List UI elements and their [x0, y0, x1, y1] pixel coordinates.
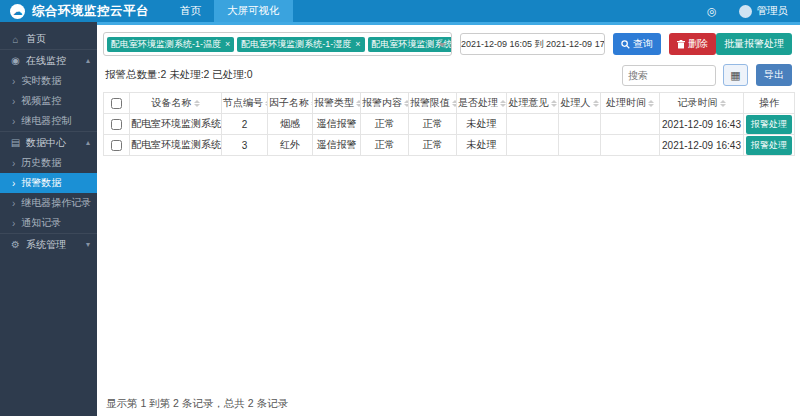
col-alarm-type[interactable]: 报警类型	[313, 93, 361, 114]
batch-alarm-process-button[interactable]: 批量报警处理	[716, 33, 792, 55]
sidebar-group-system-management[interactable]: ⚙ 系统管理 ▾	[0, 233, 97, 255]
table-header-row: 设备名称 节点编号 因子名称 报警类型 报警内容 报警限值 是否处理 处理意见 …	[104, 93, 795, 114]
cell-processed: 未处理	[457, 114, 507, 135]
monitor-icon: ◉	[9, 55, 22, 66]
header-nav: 首页 大屏可视化	[167, 0, 293, 22]
sidebar-item-relay-operation-records[interactable]: › 继电器操作记录	[0, 193, 97, 213]
home-icon: ⌂	[9, 34, 22, 45]
sidebar-item-notification-records[interactable]: › 通知记录	[0, 213, 97, 233]
nav-item-dashboard[interactable]: 大屏可视化	[214, 0, 293, 22]
cell-record-time: 2021-12-09 16:43	[660, 135, 744, 156]
cell-handle-time	[601, 135, 660, 156]
col-record-time[interactable]: 记录时间	[660, 93, 744, 114]
top-header: ☁ 综合环境监控云平台 首页 大屏可视化 ◎ 管理员	[0, 0, 800, 22]
cell-handle-time	[601, 114, 660, 135]
search-icon	[621, 40, 630, 49]
sidebar-group-online-monitoring[interactable]: ◉ 在线监控 ▴	[0, 49, 97, 71]
table-row: 配电室环境监测系统 3 红外 遥信报警 正常 正常 未处理 2021-12-09…	[104, 135, 795, 156]
sidebar-item-home[interactable]: ⌂ 首页	[0, 29, 97, 49]
sidebar-item-alarm-data[interactable]: › 报警数据	[0, 173, 97, 193]
sidebar-item-label: 在线监控	[26, 54, 66, 68]
chevron-right-icon: ›	[12, 96, 15, 107]
chevron-right-icon: ›	[12, 218, 15, 229]
alarm-process-button[interactable]: 报警处理	[746, 136, 792, 155]
search-input[interactable]	[622, 65, 716, 86]
app-title: 综合环境监控云平台	[32, 3, 149, 20]
query-button[interactable]: 查询	[613, 33, 661, 55]
chevron-right-icon: ›	[12, 178, 15, 189]
sidebar-item-label: 通知记录	[21, 216, 61, 230]
customer-service-icon[interactable]: ◎	[707, 5, 717, 18]
select-all-checkbox[interactable]	[111, 98, 122, 109]
cell-type: 遥信报警	[313, 135, 361, 156]
row-checkbox[interactable]	[111, 140, 122, 151]
sidebar-group-data-center[interactable]: ▤ 数据中心 ▴	[0, 131, 97, 153]
filter-tag[interactable]: 配电室环境监测系统-1-湿度 ×	[237, 37, 364, 52]
pagination-info: 显示第 1 到第 2 条记录，总共 2 条记录	[106, 397, 288, 411]
database-icon: ▤	[9, 137, 22, 148]
gear-icon: ⚙	[9, 239, 22, 250]
col-handler[interactable]: 处理人	[559, 93, 601, 114]
alarm-process-button[interactable]: 报警处理	[746, 115, 792, 134]
chevron-right-icon: ›	[12, 116, 15, 127]
col-alarm-limit[interactable]: 报警限值	[409, 93, 457, 114]
cell-content: 正常	[361, 135, 409, 156]
cell-limit: 正常	[409, 135, 457, 156]
alarm-table: 设备名称 节点编号 因子名称 报警类型 报警内容 报警限值 是否处理 处理意见 …	[103, 92, 795, 156]
columns-toggle-button[interactable]: ▦	[723, 64, 748, 86]
table-row: 配电室环境监测系统 2 烟感 遥信报警 正常 正常 未处理 2021-12-09…	[104, 114, 795, 135]
close-icon[interactable]: ×	[355, 40, 360, 49]
sort-icon	[720, 97, 726, 110]
col-operation: 操作	[744, 93, 795, 114]
filter-tag[interactable]: 配电室环境监测系统-1-温度 ×	[107, 37, 234, 52]
sidebar-item-relay-control[interactable]: › 继电器控制	[0, 111, 97, 131]
chevron-up-icon: ▴	[86, 138, 90, 147]
col-factor-name[interactable]: 因子名称	[268, 93, 313, 114]
sidebar-item-label: 历史数据	[21, 156, 61, 170]
cell-node: 2	[222, 114, 268, 135]
cell-device: 配电室环境监测系统	[130, 135, 222, 156]
chevron-down-icon	[438, 43, 446, 51]
sidebar-item-realtime-data[interactable]: › 实时数据	[0, 71, 97, 91]
cell-record-time: 2021-12-09 16:43	[660, 114, 744, 135]
col-handle-time[interactable]: 处理时间	[601, 93, 660, 114]
sort-icon	[551, 97, 557, 110]
main-content: 配电室环境监测系统-1-温度 × 配电室环境监测系统-1-湿度 × 配电室环境监…	[97, 22, 800, 416]
sidebar-item-history-data[interactable]: › 历史数据	[0, 153, 97, 173]
col-node-number[interactable]: 节点编号	[222, 93, 268, 114]
cell-opinion	[507, 135, 559, 156]
chevron-right-icon: ›	[12, 198, 15, 209]
col-opinion[interactable]: 处理意见	[507, 93, 559, 114]
device-factor-select[interactable]: 配电室环境监测系统-1-温度 × 配电室环境监测系统-1-湿度 × 配电室环境监…	[103, 32, 452, 56]
col-processed[interactable]: 是否处理	[457, 93, 507, 114]
cell-type: 遥信报警	[313, 114, 361, 135]
col-device-name[interactable]: 设备名称	[130, 93, 222, 114]
chevron-right-icon: ›	[12, 76, 15, 87]
user-name[interactable]: 管理员	[757, 4, 789, 18]
col-alarm-content[interactable]: 报警内容	[361, 93, 409, 114]
sidebar-item-label: 实时数据	[21, 74, 61, 88]
row-checkbox[interactable]	[111, 119, 122, 130]
nav-item-home[interactable]: 首页	[167, 0, 214, 22]
grid-icon: ▦	[730, 69, 740, 81]
sidebar-item-video-monitoring[interactable]: › 视频监控	[0, 91, 97, 111]
cell-content: 正常	[361, 114, 409, 135]
sidebar-item-label: 系统管理	[26, 238, 66, 252]
close-icon[interactable]: ×	[225, 40, 230, 49]
sort-icon	[194, 97, 200, 110]
chevron-up-icon: ▴	[86, 56, 90, 65]
filter-tag-label: 配电室环境监测系统-1-温度	[111, 40, 221, 49]
sidebar-item-label: 继电器控制	[21, 114, 71, 128]
trash-icon	[677, 40, 685, 49]
date-range-input[interactable]	[460, 33, 605, 55]
avatar[interactable]	[739, 5, 752, 18]
sidebar-item-label: 数据中心	[26, 136, 66, 150]
export-button[interactable]: 导出	[756, 64, 792, 86]
delete-button[interactable]: 删除	[669, 33, 716, 55]
table-toolbar: ▦ 导出	[622, 64, 792, 86]
header-right: ◎ 管理员	[707, 0, 800, 22]
cell-factor: 红外	[268, 135, 313, 156]
sort-icon	[404, 97, 409, 110]
cell-opinion	[507, 114, 559, 135]
app-window: ☁ 综合环境监控云平台 首页 大屏可视化 ◎ 管理员 ⌂ 首页 ◉ 在线监控 ▴…	[0, 0, 800, 416]
